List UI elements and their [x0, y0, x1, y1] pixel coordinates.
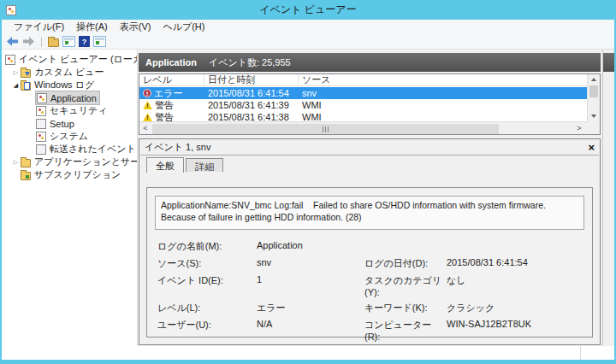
- event-log-icon: [36, 132, 46, 142]
- event-description[interactable]: ApplicationName:SNV_bmc Log:fail Failed …: [155, 196, 584, 230]
- close-icon[interactable]: ×: [588, 142, 595, 153]
- field-value-computer: WIN-SAJ12B2T8UK: [447, 319, 582, 342]
- tree-item-security[interactable]: セキュリティ: [2, 104, 137, 117]
- chevron-collapsed-icon[interactable]: ▷: [11, 159, 21, 166]
- menu-help[interactable]: ヘルプ(H): [157, 20, 210, 34]
- field-label-logged: ログの日付(D):: [364, 257, 447, 270]
- chevron-expanded-icon[interactable]: ◢: [11, 82, 21, 89]
- menu-view[interactable]: 表示(V): [114, 20, 157, 34]
- field-value-user: N/A: [257, 319, 364, 342]
- vertical-scroll-thumb[interactable]: [589, 85, 598, 97]
- tree-item-label: イベント ビューアー (ローカル): [19, 53, 138, 66]
- horizontal-scroll-thumb[interactable]: [152, 124, 499, 134]
- scroll-down-icon[interactable]: [588, 111, 600, 121]
- datetime-cell: 2015/08/31 6:41:54: [204, 88, 299, 98]
- vertical-scrollbar[interactable]: [587, 74, 600, 121]
- action-pane-header: [603, 53, 614, 72]
- tree-item-label: Setup: [50, 119, 74, 129]
- source-cell: snv: [299, 88, 587, 98]
- event-viewer-icon: [5, 55, 15, 65]
- menu-file[interactable]: ファイル(F): [8, 20, 70, 34]
- chevron-collapsed-icon[interactable]: ▷: [11, 69, 21, 76]
- column-header-source[interactable]: ソース: [299, 74, 600, 85]
- horizontal-scrollbar[interactable]: < >: [139, 121, 587, 134]
- scroll-right-icon[interactable]: >: [573, 122, 585, 134]
- console-tree: イベント ビューアー (ローカル) ▷ カスタム ビュー ◢ Windows ロ…: [2, 50, 138, 346]
- tree-item-label: カスタム ビュー: [34, 66, 104, 79]
- field-label-user: ユーザー(U):: [157, 319, 257, 342]
- menu-bar: ファイル(F) 操作(A) 表示(V) ヘルプ(H): [2, 20, 614, 34]
- event-log-icon: [36, 144, 46, 155]
- column-header-datetime[interactable]: 日付と時刻: [204, 74, 299, 85]
- field-label-task-category: タスクのカテゴリ(Y):: [364, 274, 447, 297]
- status-bar-divider: [580, 346, 581, 360]
- field-value-task-category: なし: [447, 274, 582, 297]
- event-count: イベント数: 25,955: [209, 56, 291, 69]
- tab-general[interactable]: 全般: [146, 157, 184, 173]
- tree-item-windows-logs[interactable]: ◢ Windows ログ: [2, 79, 137, 91]
- tree-item-label: システム: [50, 130, 88, 143]
- action-pane[interactable]: [602, 50, 614, 346]
- event-list: レベル 日付と時刻 ソース ! エラー 2015/08/31 6:41:54 s…: [139, 73, 601, 135]
- open-folder-icon[interactable]: [48, 35, 59, 49]
- scroll-left-icon[interactable]: <: [139, 122, 151, 134]
- field-empty: [447, 240, 582, 253]
- tree-item-label: Application: [50, 93, 97, 103]
- level-cell: エラー: [154, 87, 183, 100]
- error-icon: !: [143, 89, 151, 97]
- tab-details[interactable]: 詳細: [186, 158, 223, 172]
- tree-item-setup[interactable]: Setup: [2, 117, 137, 130]
- tree-item-label: アプリケーションとサービス ログ: [34, 156, 138, 168]
- event-properties: ログの名前(M): Application ソース(S): snv ログの日付(…: [147, 235, 592, 364]
- event-detail-title: イベント 1, snv: [145, 141, 588, 154]
- scroll-up-icon[interactable]: [588, 74, 600, 85]
- field-value-keywords: クラシック: [447, 302, 582, 314]
- tree-selection-highlight: Application: [36, 91, 99, 104]
- event-viewer-window: イベント ビューアー ファイル(F) 操作(A) 表示(V) ヘルプ(H) ? …: [0, 0, 616, 364]
- field-label-level: レベル(L):: [157, 302, 257, 314]
- toolbar: ?: [2, 34, 614, 50]
- tree-item-application[interactable]: Application: [2, 91, 137, 104]
- tree-item-custom-views[interactable]: ▷ カスタム ビュー: [2, 66, 137, 79]
- action-pane-toggle-icon[interactable]: [93, 35, 106, 49]
- tree-item-subscriptions[interactable]: サブスクリプション: [2, 168, 137, 181]
- tree-item-apps-services-logs[interactable]: ▷ アプリケーションとサービス ログ: [2, 156, 137, 168]
- tree-item-label: サブスクリプション: [34, 168, 121, 181]
- title-bar[interactable]: イベント ビューアー: [0, 0, 616, 20]
- event-log-icon: [36, 119, 46, 129]
- subscriptions-icon: [21, 172, 31, 180]
- field-label-log-name: ログの名前(M):: [157, 240, 257, 253]
- warning-icon: !: [143, 101, 152, 109]
- tree-item-label: 転送されたイベント: [50, 143, 136, 156]
- log-name-heading: Application: [145, 57, 197, 68]
- table-rows: ! エラー 2015/08/31 6:41:54 snv ! 警告 2015/0…: [139, 87, 587, 123]
- status-bar: [2, 346, 614, 360]
- table-row[interactable]: ! 警告 2015/08/31 6:41:39 WMI: [139, 99, 587, 111]
- level-cell: 警告: [155, 99, 174, 112]
- window-title: イベント ビューアー: [0, 3, 616, 17]
- table-header-row: レベル 日付と時刻 ソース: [139, 74, 600, 86]
- field-label-computer: コンピューター(R):: [364, 319, 447, 342]
- datetime-cell: 2015/08/31 6:41:39: [204, 100, 299, 110]
- windows-logs-folder-icon: [21, 82, 31, 91]
- field-label-keywords: キーワード(K):: [364, 302, 447, 314]
- help-icon[interactable]: ?: [79, 35, 90, 49]
- field-value-log-name: Application: [257, 240, 364, 253]
- forward-arrow-icon[interactable]: [22, 35, 35, 49]
- tree-item-forwarded-events[interactable]: 転送されたイベント: [2, 143, 137, 156]
- field-value-level: エラー: [257, 302, 364, 314]
- tree-item-label: Windows ログ: [34, 79, 94, 91]
- preview-pane-header: イベント 1, snv ×: [139, 139, 600, 155]
- console-tree-toggle-icon[interactable]: [62, 35, 75, 49]
- event-log-icon: [37, 93, 47, 103]
- menu-action[interactable]: 操作(A): [70, 20, 114, 34]
- field-label-event-id: イベント ID(E):: [157, 274, 257, 297]
- table-row[interactable]: ! エラー 2015/08/31 6:41:54 snv: [139, 87, 587, 99]
- tree-item-system[interactable]: システム: [2, 130, 137, 143]
- tree-item-root[interactable]: イベント ビューアー (ローカル): [2, 53, 137, 66]
- field-value-event-id: 1: [257, 274, 364, 297]
- field-value-logged: 2015/08/31 6:41:54: [447, 257, 582, 270]
- column-header-level[interactable]: レベル: [139, 74, 204, 85]
- back-arrow-icon[interactable]: [6, 35, 19, 49]
- event-log-icon: [36, 106, 46, 116]
